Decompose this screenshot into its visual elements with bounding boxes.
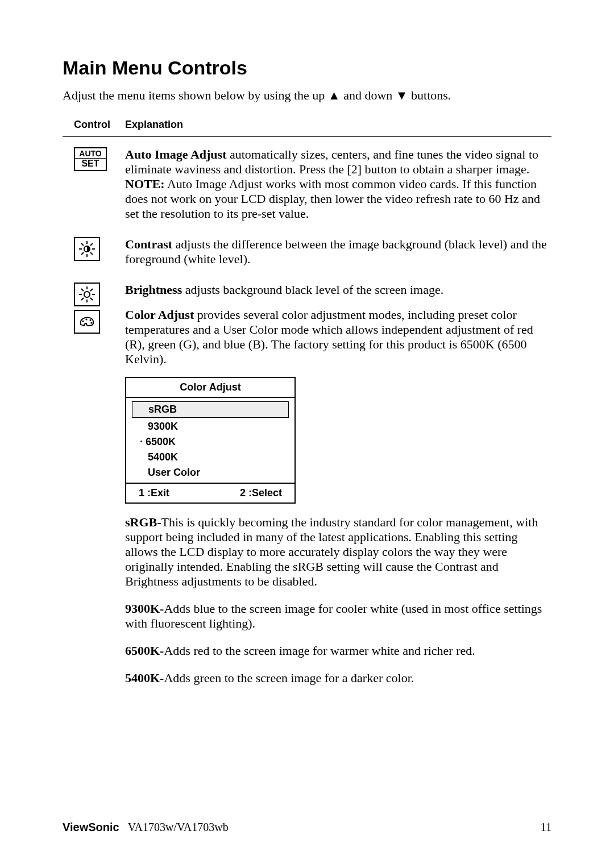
footer-model: VA1703w/VA1703wb [128, 821, 229, 833]
brightness-body: adjusts background black level of the sc… [182, 283, 443, 297]
k9300-body: Adds blue to the screen image for cooler… [125, 601, 542, 630]
color-adjust-text: Color Adjust provides several color adju… [125, 308, 551, 367]
header-control: Control [74, 119, 125, 131]
page-footer: ViewSonic VA1703w/VA1703wb 11 [63, 821, 551, 834]
row-contrast: Contrast adjusts the difference between … [63, 237, 551, 267]
page-title: Main Menu Controls [63, 57, 551, 79]
auto-adjust-title: Auto Image Adjust [125, 147, 226, 161]
ca-item-user-color[interactable]: User Color [132, 465, 289, 480]
svg-point-18 [82, 320, 84, 322]
auto-note-body: Auto Image Adjust works with most common… [125, 177, 540, 221]
ca-item-6500k[interactable]: · 6500K [132, 434, 289, 450]
svg-point-19 [85, 318, 87, 320]
column-headers: Control Explanation [63, 119, 551, 137]
k9300-title: 9300K- [125, 601, 164, 616]
auto-set-icon-line2: SET [75, 158, 106, 169]
contrast-icon [74, 237, 100, 261]
svg-line-14 [81, 289, 84, 291]
ca-menu-title: Color Adjust [126, 378, 294, 398]
intro-text: Adjust the menu items shown below by usi… [63, 88, 551, 103]
k9300-text: 9300K-Adds blue to the screen image for … [125, 601, 551, 631]
k6500-body: Adds red to the screen image for warmer … [164, 643, 475, 658]
svg-line-16 [81, 298, 84, 300]
srgb-title: sRGB- [125, 515, 161, 529]
color-adjust-title: Color Adjust [125, 308, 194, 322]
svg-line-15 [90, 298, 93, 300]
svg-line-5 [81, 243, 84, 246]
ca-exit[interactable]: 1 :Exit [139, 487, 169, 499]
ca-select[interactable]: 2 :Select [240, 487, 282, 499]
svg-point-20 [89, 319, 91, 321]
svg-line-17 [90, 289, 93, 291]
down-triangle-icon: ▼ [396, 88, 408, 103]
srgb-text: sRGB-This is quickly becoming the indust… [125, 515, 551, 589]
srgb-body: This is quickly becoming the industry st… [125, 515, 538, 588]
k5400-title: 5400K- [125, 671, 164, 685]
up-triangle-icon: ▲ [328, 88, 341, 103]
ca-item-9300k[interactable]: 9300K [132, 419, 289, 434]
footer-page-number: 11 [541, 821, 551, 834]
auto-set-icon-line1: AUTO [75, 149, 106, 158]
k5400-text: 5400K-Adds green to the screen image for… [125, 671, 551, 686]
contrast-body: adjusts the difference between the image… [125, 237, 547, 266]
k6500-title: 6500K- [125, 643, 164, 658]
svg-line-7 [81, 252, 84, 255]
auto-note-label: NOTE: [125, 177, 165, 191]
header-explanation: Explanation [125, 119, 551, 131]
row-auto-image-adjust: AUTO SET Auto Image Adjust automatically… [63, 147, 551, 221]
brightness-text: Brightness adjusts background black leve… [125, 283, 551, 297]
auto-adjust-note: NOTE: Auto Image Adjust works with most … [125, 177, 551, 221]
color-adjust-menu: Color Adjust sRGB 9300K · 6500K 5400K Us… [125, 377, 296, 504]
k5400-body: Adds green to the screen image for a dar… [164, 671, 414, 685]
intro-mid: and down [341, 88, 396, 102]
intro-pre: Adjust the menu items shown below by usi… [63, 88, 328, 102]
svg-point-9 [84, 292, 90, 297]
row-brightness-color: Brightness adjusts background black leve… [63, 283, 551, 698]
brightness-icon [74, 283, 100, 306]
k6500-text: 6500K-Adds red to the screen image for w… [125, 643, 551, 658]
intro-post: buttons. [408, 88, 451, 102]
color-adjust-icon [74, 310, 100, 334]
ca-item-srgb[interactable]: sRGB [132, 401, 289, 418]
footer-brand: ViewSonic [63, 821, 119, 833]
contrast-text: Contrast adjusts the difference between … [125, 237, 551, 267]
svg-line-6 [90, 252, 93, 255]
auto-adjust-text: Auto Image Adjust automatically sizes, c… [125, 147, 551, 177]
ca-item-5400k[interactable]: 5400K [132, 450, 289, 465]
svg-line-8 [90, 243, 93, 246]
contrast-title: Contrast [125, 237, 172, 251]
auto-set-icon: AUTO SET [74, 147, 107, 171]
brightness-title: Brightness [125, 283, 182, 297]
svg-point-21 [90, 322, 92, 323]
